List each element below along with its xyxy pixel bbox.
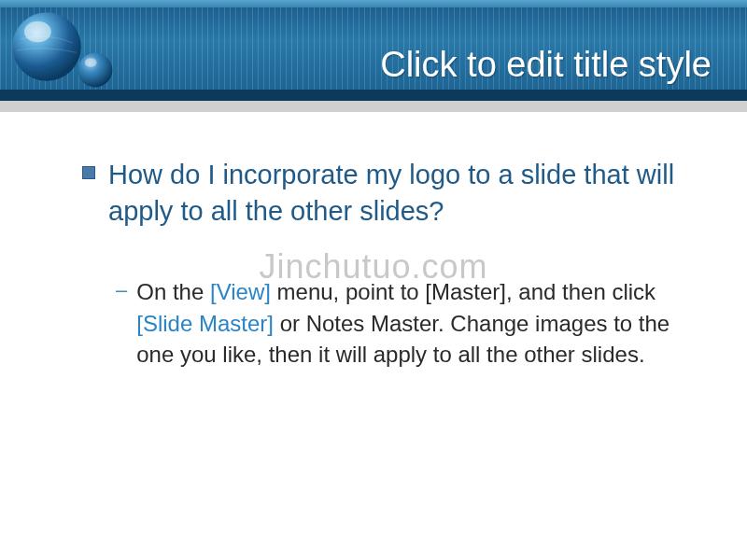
answer-part2: menu, point to [Master], and then click <box>271 279 655 304</box>
sphere-small-icon <box>77 51 114 89</box>
bullet-answer: – On the [View] menu, point to [Master],… <box>116 276 685 371</box>
question-text: How do I incorporate my logo to a slide … <box>108 157 685 230</box>
answer-text: On the [View] menu, point to [Master], a… <box>136 276 685 371</box>
sphere-large-icon <box>9 9 84 84</box>
dash-bullet-icon: – <box>116 278 127 302</box>
svg-point-1 <box>24 21 51 42</box>
svg-point-0 <box>12 12 81 81</box>
answer-part1: On the <box>136 279 210 304</box>
slide-content[interactable]: How do I incorporate my logo to a slide … <box>82 157 685 371</box>
bullet-question: How do I incorporate my logo to a slide … <box>82 157 685 230</box>
slide-master-link: [Slide Master] <box>136 311 274 336</box>
view-link: [View] <box>210 279 271 304</box>
bullet-square-icon <box>82 166 95 179</box>
header-divider <box>0 101 747 112</box>
slide-title[interactable]: Click to edit title style <box>380 45 712 85</box>
slide-header: Click to edit title style <box>0 0 747 101</box>
header-bottom-accent <box>0 90 747 101</box>
header-top-accent <box>0 0 747 7</box>
svg-point-3 <box>85 58 97 67</box>
svg-point-2 <box>78 53 113 88</box>
